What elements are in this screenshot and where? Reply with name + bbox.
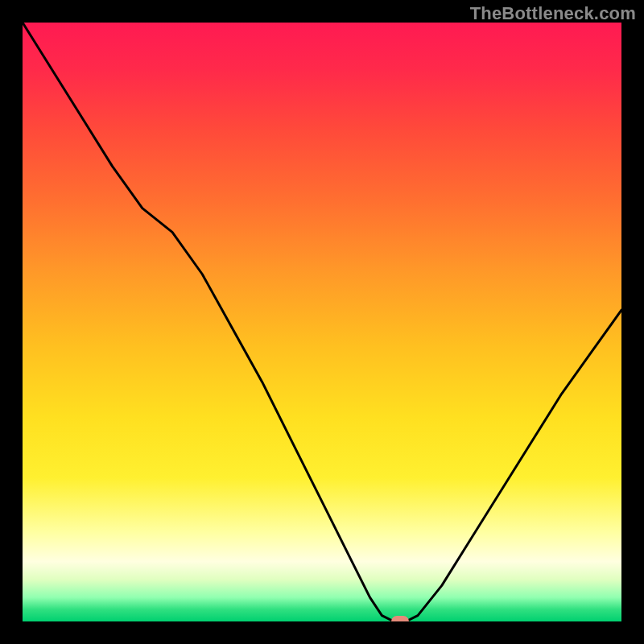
- chart-frame: TheBottleneck.com: [0, 0, 644, 644]
- watermark-text: TheBottleneck.com: [470, 3, 636, 24]
- bottleneck-curve: [23, 23, 621, 621]
- plot-area: [23, 23, 621, 621]
- optimal-point-marker: [391, 616, 409, 621]
